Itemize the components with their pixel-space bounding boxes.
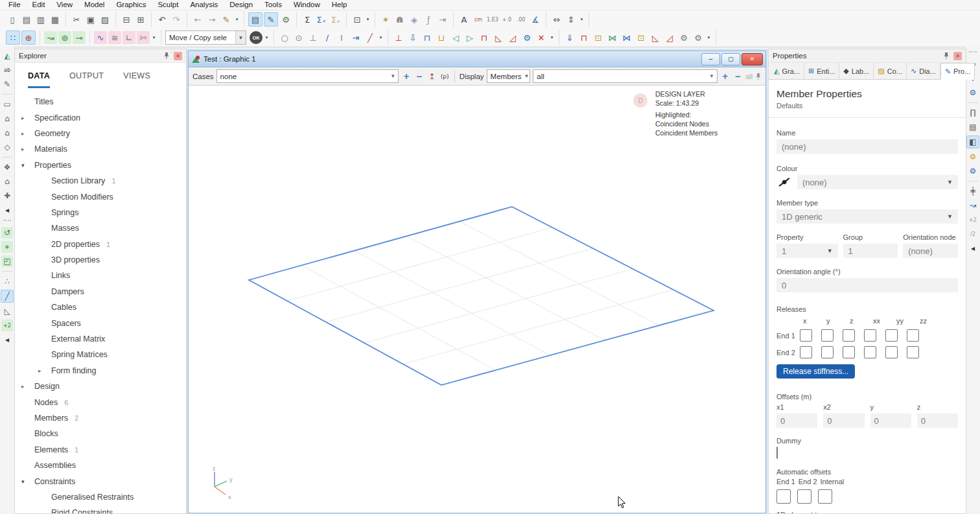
release-end-1-x-checkbox[interactable] [800, 329, 812, 342]
tree-item-masses[interactable]: Masses [15, 220, 186, 236]
undo-icon[interactable]: ↶ [156, 13, 169, 26]
support-ground-icon[interactable]: ⊥ [307, 31, 320, 44]
tab-gra[interactable]: ◭Gra... [770, 63, 804, 79]
menu-file[interactable]: File [3, 0, 27, 10]
grid-layout-icon[interactable]: ▤ [967, 121, 979, 133]
expand-arrow-icon[interactable]: ▾ [21, 162, 25, 169]
tree-item-external-matrix[interactable]: External Matrix [15, 331, 186, 347]
sculpt-arc-icon[interactable]: ↝ [44, 31, 57, 44]
release-end-1-z-checkbox[interactable] [843, 329, 855, 342]
polyline-icon[interactable]: ∏ [967, 107, 979, 119]
support-pin-icon[interactable]: ⊥ [392, 31, 405, 44]
offset-x1-field[interactable]: 0 [776, 414, 817, 428]
forward-icon[interactable]: → [205, 13, 218, 26]
offset-x2-field[interactable]: 0 [823, 414, 864, 428]
display-select[interactable]: Members▼ [487, 69, 531, 83]
load-tri-1-icon[interactable]: ⋈ [606, 31, 619, 44]
auto-offset-end-2-checkbox[interactable] [797, 489, 811, 504]
dynamic-case-icon[interactable]: (p) [439, 71, 450, 82]
zoom-target-icon[interactable]: ⊕ [21, 30, 36, 45]
release-start-icon[interactable]: ◁ [449, 31, 462, 44]
tree-item-cables[interactable]: Cables [15, 299, 186, 315]
tree-item-spring-matrices[interactable]: Spring Matrices [15, 347, 186, 362]
graphic-window-titlebar[interactable]: Test : Graphic 1 − ▢ ✕ [189, 51, 765, 67]
expand-arrow-icon[interactable]: ▸ [21, 130, 25, 137]
building-edit-icon[interactable]: ⌂ [1, 127, 13, 139]
renumber-icon[interactable]: ⇥ [436, 13, 449, 26]
expand-arrow-icon[interactable]: ▸ [21, 115, 25, 121]
tab-co[interactable]: ▨Co... [874, 63, 907, 79]
history-caret-icon[interactable]: ▾ [234, 17, 240, 22]
orbit-cube-icon[interactable]: ◧ [966, 135, 979, 148]
scale-down-icon[interactable]: /2 [967, 228, 979, 240]
release-end-2-yy-checkbox[interactable] [885, 346, 898, 358]
new-file-icon[interactable]: ▯ [6, 13, 19, 26]
load-frame-icon[interactable]: ⊡ [635, 31, 648, 44]
remove-entity-icon[interactable]: − [733, 71, 743, 82]
remove-case-icon[interactable]: − [414, 71, 425, 82]
pin-icon[interactable] [943, 52, 950, 60]
expand-arrow-icon[interactable]: ▸ [21, 383, 25, 390]
tree-item-section-modifiers[interactable]: Section Modifiers [15, 189, 186, 204]
orbit-view-icon[interactable]: ◰ [1, 255, 13, 267]
print-icon[interactable]: ⊟ [120, 13, 133, 26]
sweep-brush-icon[interactable]: ✎ [220, 13, 233, 26]
tree-item-members[interactable]: Members2 [15, 410, 186, 426]
analyse-icon[interactable]: Σ [301, 13, 314, 26]
copy-icon[interactable]: ▣ [84, 13, 97, 26]
volume-view-icon[interactable]: ◇ [1, 141, 13, 153]
release-end-1-xx-checkbox[interactable] [864, 329, 876, 342]
tree-item-form-finding[interactable]: ▸Form finding [15, 363, 186, 379]
tree-item-rigid-constraints[interactable]: Rigid Constraints [15, 505, 186, 513]
model-tools-icon[interactable]: ⚙ [279, 13, 292, 26]
collapse-left-icon[interactable]: ◂ [1, 204, 13, 216]
open-file-icon[interactable]: ▤ [20, 13, 33, 26]
align-end-icon[interactable]: ⇥ [349, 31, 362, 44]
tree-item-springs[interactable]: Springs [15, 205, 186, 220]
menu-analysis[interactable]: Analysis [184, 0, 224, 10]
menu-help[interactable]: Help [326, 0, 353, 10]
back-icon[interactable]: ← [191, 13, 204, 26]
tree-item-constraints[interactable]: ▾Constraints [15, 473, 186, 489]
tab-views[interactable]: VIEWS [123, 71, 150, 88]
sculpt-caret-icon[interactable]: ▾ [264, 35, 270, 40]
tree-item-assemblies[interactable]: Assemblies [15, 458, 186, 473]
release-end-2-z-checkbox[interactable] [843, 346, 855, 358]
release-end-2-zz-checkbox[interactable] [907, 346, 919, 358]
diagram-arc-icon[interactable]: ↝ [967, 200, 979, 211]
pin-icon[interactable] [163, 52, 170, 60]
member-type-select[interactable]: 1D generic▼ [776, 209, 958, 224]
close-window-button[interactable]: ✕ [741, 53, 763, 65]
offset-z-field[interactable]: 0 [917, 414, 958, 428]
adjust-points-icon[interactable]: ∷ [6, 30, 20, 45]
shrink-icon[interactable]: ╪ [967, 185, 979, 197]
property-select[interactable]: 1▼ [776, 244, 838, 258]
collapse-right-icon[interactable]: ◂ [967, 242, 979, 254]
close-file-icon[interactable]: ▥ [34, 13, 47, 26]
load-x-icon[interactable]: ⚙ [677, 31, 690, 44]
material-settings-icon[interactable]: ⚙ [967, 151, 979, 163]
release-end-1-zz-checkbox[interactable] [907, 329, 919, 342]
expand-arrow-icon[interactable]: ▾ [21, 478, 25, 485]
units-icon[interactable]: cm [472, 13, 485, 26]
dummy-checkbox[interactable] [776, 447, 778, 459]
select-area-icon[interactable]: +2 [1, 320, 13, 331]
release-end-2-xx-checkbox[interactable] [864, 346, 876, 358]
colour-select[interactable]: (none)▼ [797, 175, 958, 189]
select-layers-icon[interactable]: ≋ [108, 31, 121, 44]
all-entities-button[interactable]: all [745, 73, 752, 80]
load-y-icon[interactable]: ⚙ [692, 31, 705, 44]
offset-y-field[interactable]: 0 [870, 414, 911, 428]
pin-icon[interactable] [755, 73, 762, 80]
select-nodes-icon[interactable]: ∴ [1, 275, 13, 287]
menu-tools[interactable]: Tools [259, 0, 288, 10]
select-caret-icon[interactable]: ▾ [151, 35, 157, 40]
load-wedge-2-icon[interactable]: ◿ [663, 31, 676, 44]
tree-item-3d-properties[interactable]: 3D properties [15, 252, 186, 268]
tree-item-geometry[interactable]: ▸Geometry [15, 126, 186, 141]
tree-item-section-library[interactable]: Section Library1 [15, 173, 186, 189]
load-beam-icon[interactable]: ⊓ [578, 31, 590, 44]
select-polylines-icon[interactable]: ◺ [1, 305, 13, 317]
dimension-icon[interactable]: ∕ [321, 31, 334, 44]
cases-select[interactable]: none▼ [216, 69, 399, 83]
